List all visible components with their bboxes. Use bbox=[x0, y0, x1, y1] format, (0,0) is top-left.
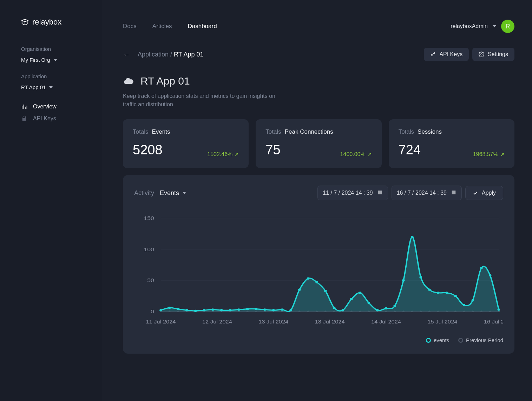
svg-text:150: 150 bbox=[144, 215, 154, 221]
user-menu[interactable]: relayboxAdmin R bbox=[451, 20, 514, 33]
apply-button[interactable]: Apply bbox=[465, 186, 503, 200]
stat-card-events: Totals Events 5208 1502.46% ↗ bbox=[123, 119, 249, 168]
svg-point-96 bbox=[498, 308, 500, 310]
svg-point-78 bbox=[341, 309, 344, 311]
topnav: Docs Articles Dashboard bbox=[123, 23, 217, 30]
sidebar-item-apikeys[interactable]: API Keys bbox=[21, 113, 92, 125]
svg-point-70 bbox=[272, 309, 275, 311]
svg-point-69 bbox=[263, 308, 266, 310]
svg-text:100: 100 bbox=[144, 246, 154, 252]
avatar[interactable]: R bbox=[501, 20, 514, 33]
stat-label: Totals bbox=[265, 128, 281, 135]
caret-down-icon bbox=[49, 86, 53, 88]
username: relayboxAdmin bbox=[451, 23, 488, 29]
svg-point-59 bbox=[177, 308, 180, 310]
key-icon bbox=[430, 52, 436, 57]
trend-up-icon: ↗ bbox=[235, 152, 239, 157]
svg-point-92 bbox=[463, 304, 466, 306]
legend-previous-period: Previous Period bbox=[458, 337, 503, 343]
stat-value: 724 bbox=[399, 142, 421, 158]
svg-point-72 bbox=[289, 309, 292, 311]
date-to-input[interactable]: 16 / 7 / 2024 14 : 39 bbox=[392, 186, 462, 200]
svg-point-63 bbox=[211, 308, 214, 310]
crumb-root[interactable]: Application bbox=[138, 51, 169, 58]
chart-legend: events Previous Period bbox=[134, 337, 503, 343]
svg-point-77 bbox=[333, 307, 336, 309]
stat-label: Totals bbox=[399, 128, 414, 135]
cloud-icon bbox=[123, 75, 134, 87]
nav-docs[interactable]: Docs bbox=[123, 23, 137, 30]
svg-point-88 bbox=[428, 288, 431, 290]
stats-row: Totals Events 5208 1502.46% ↗ Totals Pea… bbox=[123, 119, 514, 168]
svg-point-81 bbox=[367, 302, 370, 304]
app-name: RT App 01 bbox=[21, 84, 46, 90]
back-arrow-icon[interactable]: ← bbox=[123, 51, 130, 59]
nav-dashboard[interactable]: Dashboard bbox=[188, 23, 217, 30]
org-label: Organisation bbox=[21, 46, 92, 52]
svg-text:13 Jul 2024: 13 Jul 2024 bbox=[258, 319, 288, 324]
brand-logo[interactable]: relaybox bbox=[21, 18, 92, 27]
svg-point-57 bbox=[159, 309, 162, 311]
caret-down-icon bbox=[493, 25, 496, 27]
svg-point-64 bbox=[220, 309, 223, 311]
svg-point-91 bbox=[454, 295, 457, 297]
breadcrumb-row: ← Application / RT App 01 API Keys Setti… bbox=[123, 48, 514, 61]
stat-delta: 1400.00% ↗ bbox=[340, 151, 372, 158]
brand-name: relaybox bbox=[32, 18, 61, 27]
svg-point-93 bbox=[472, 299, 474, 301]
svg-point-68 bbox=[255, 308, 258, 310]
sidebar-item-label: Overview bbox=[33, 103, 57, 110]
svg-point-87 bbox=[419, 276, 422, 278]
stat-card-sessions: Totals Sessions 724 1968.57% ↗ bbox=[389, 119, 514, 168]
svg-text:50: 50 bbox=[147, 278, 154, 283]
crumb-current: RT App 01 bbox=[174, 51, 203, 58]
svg-point-74 bbox=[307, 278, 310, 280]
svg-point-66 bbox=[237, 308, 240, 310]
activity-header: Activity Events 11 / 7 / 2024 14 : 39 bbox=[134, 186, 503, 200]
activity-label: Activity bbox=[134, 189, 154, 197]
chart-bar-icon bbox=[21, 103, 27, 110]
api-keys-button[interactable]: API Keys bbox=[424, 48, 469, 61]
date-from-input[interactable]: 11 / 7 / 2024 14 : 39 bbox=[317, 186, 388, 200]
svg-point-62 bbox=[203, 309, 206, 311]
legend-swatch-icon bbox=[458, 338, 463, 343]
svg-text:11 Jul 2024: 11 Jul 2024 bbox=[146, 319, 176, 324]
svg-point-94 bbox=[480, 267, 483, 269]
topbar: Docs Articles Dashboard relayboxAdmin R bbox=[102, 0, 514, 35]
svg-text:14 Jul 2024: 14 Jul 2024 bbox=[371, 319, 401, 324]
stat-value: 5208 bbox=[133, 142, 163, 158]
page-title-row: RT App 01 bbox=[123, 75, 514, 87]
page-title: RT App 01 bbox=[140, 75, 190, 87]
stat-name: Peak Connections bbox=[285, 128, 333, 135]
nav-articles[interactable]: Articles bbox=[152, 23, 172, 30]
svg-point-60 bbox=[185, 309, 188, 311]
sidebar: relaybox Organisation My First Org Appli… bbox=[0, 0, 102, 401]
svg-point-85 bbox=[402, 279, 405, 281]
stat-label: Totals bbox=[133, 128, 148, 135]
svg-point-95 bbox=[489, 274, 492, 276]
svg-point-71 bbox=[281, 308, 284, 310]
page-subtitle: Keep track of application stats and metr… bbox=[123, 92, 277, 109]
logo-icon bbox=[21, 18, 29, 26]
settings-button[interactable]: Settings bbox=[472, 48, 514, 61]
calendar-icon bbox=[451, 189, 457, 196]
svg-point-79 bbox=[350, 298, 353, 300]
org-dropdown[interactable]: My First Org bbox=[21, 57, 92, 63]
svg-text:0: 0 bbox=[151, 308, 154, 314]
sidebar-item-overview[interactable]: Overview bbox=[21, 101, 92, 113]
breadcrumb: Application / RT App 01 bbox=[138, 51, 204, 58]
app-dropdown[interactable]: RT App 01 bbox=[21, 84, 92, 90]
gear-icon bbox=[479, 52, 484, 57]
svg-point-89 bbox=[437, 292, 440, 294]
lock-icon bbox=[21, 115, 27, 122]
svg-text:16 Jul 2024: 16 Jul 2024 bbox=[484, 319, 503, 324]
main: Docs Articles Dashboard relayboxAdmin R … bbox=[102, 0, 532, 401]
svg-text:13 Jul 2024: 13 Jul 2024 bbox=[315, 319, 345, 324]
legend-events: events bbox=[426, 337, 449, 343]
activity-metric-dropdown[interactable]: Events bbox=[160, 189, 186, 197]
svg-point-90 bbox=[445, 292, 448, 294]
svg-point-58 bbox=[168, 307, 171, 309]
svg-text:15 Jul 2024: 15 Jul 2024 bbox=[427, 319, 457, 324]
content: ← Application / RT App 01 API Keys Setti… bbox=[102, 35, 514, 354]
stat-card-peak-connections: Totals Peak Connections 75 1400.00% ↗ bbox=[256, 119, 381, 168]
